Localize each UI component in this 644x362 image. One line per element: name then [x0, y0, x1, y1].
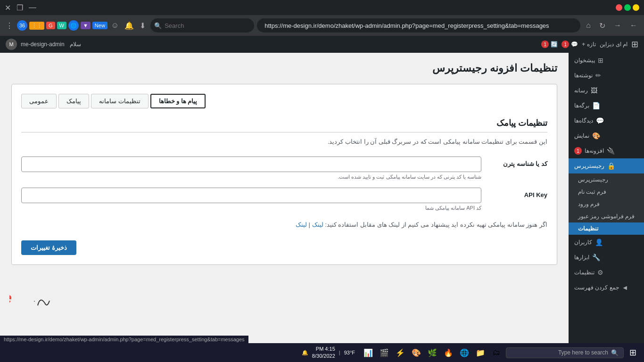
- browser-search-input[interactable]: [150, 18, 254, 33]
- extension-icons: ⬇ 🔔 ☺ New ▼ 🌐 W G ⋮⋮ 36 ⋮: [4, 19, 148, 32]
- profile-avatar[interactable]: 36: [17, 20, 27, 31]
- bell-icon[interactable]: 🔔: [123, 19, 136, 32]
- taskbar-search-text: Type here to search: [558, 349, 608, 356]
- maximize-button[interactable]: [624, 4, 631, 11]
- page-title: تنظیمات افزونه رجیسترپرس: [11, 62, 557, 74]
- link-2[interactable]: لینک: [296, 221, 307, 228]
- tab-messages[interactable]: پیام ها و خطاها: [150, 94, 206, 108]
- wp-sidebar: ⊞ پیشخوان ✏ نوشته‌ها 🖼 رسانه 📄 برگه‌ها 💬…: [569, 53, 644, 345]
- start-button[interactable]: ⊞: [626, 346, 640, 360]
- taskbar-clock: 4:15 PM 8/30/2022: [312, 346, 335, 360]
- posts-icon: ✏: [595, 72, 601, 79]
- site-logo: me ·: [9, 287, 57, 312]
- taskbar-search-bar[interactable]: 🔍 Type here to search: [506, 347, 624, 358]
- tab-general[interactable]: عمومی: [21, 94, 57, 108]
- ext-g-icon[interactable]: G: [46, 22, 55, 29]
- wp-logo-icon[interactable]: ⊞: [631, 39, 638, 49]
- admin-bar-updates[interactable]: 🔄 1: [541, 41, 558, 48]
- taskbar-temp: 93°F: [344, 350, 355, 355]
- taskbar-app-3[interactable]: 🌐: [457, 345, 472, 360]
- browser-window-controls: [616, 4, 639, 11]
- submenu-login-form[interactable]: فرم ورود: [569, 198, 644, 210]
- sidebar-item-comments[interactable]: 💬 دیدگاه‌ها: [569, 113, 644, 128]
- admin-bar-avatar[interactable]: M: [6, 39, 17, 50]
- ext-menu-icon[interactable]: ⋮⋮: [29, 22, 44, 30]
- sidebar-item-registerpress[interactable]: 🔒 رجیسترپرس: [569, 158, 644, 173]
- save-button[interactable]: ذخیرهٔ تغییرات: [21, 240, 76, 255]
- button-row: ذخیرهٔ تغییرات: [21, 240, 547, 255]
- plugins-icon: 🔌: [607, 147, 615, 155]
- admin-bar-user[interactable]: سلام me-design-admin: [21, 41, 81, 48]
- minimize-button[interactable]: [633, 4, 639, 11]
- pages-icon: 📄: [592, 102, 600, 109]
- download-icon[interactable]: ⬇: [138, 19, 148, 32]
- admin-bar-site-name[interactable]: ام ای دیزاین: [600, 41, 627, 48]
- users-icon: 👤: [595, 239, 603, 246]
- search-wrapper: 🔍: [150, 18, 254, 33]
- section-title: تنظیمات پیامک: [21, 118, 547, 132]
- tab-system-settings[interactable]: تنظیمات سامانه: [91, 94, 149, 108]
- taskbar-app-7[interactable]: ⚡: [393, 345, 408, 360]
- sidebar-collapse[interactable]: ◄ جمع کردن فهرست: [569, 280, 644, 295]
- sidebar-item-media[interactable]: 🖼 رسانه: [569, 83, 644, 98]
- submenu-registerpress[interactable]: رجیسترپرس: [569, 173, 644, 186]
- sidebar-item-pages[interactable]: 📄 برگه‌ها: [569, 98, 644, 113]
- ext-new-icon[interactable]: New: [92, 22, 107, 29]
- api-key-label: API Key: [491, 188, 547, 198]
- home-button[interactable]: ⌂: [583, 19, 594, 32]
- admin-bar-comments[interactable]: 💬 1: [561, 41, 578, 48]
- search-icon: 🔍: [154, 22, 162, 29]
- sidebar-item-posts[interactable]: ✏ نوشته‌ها: [569, 68, 644, 83]
- smiley-icon[interactable]: ☺: [109, 19, 121, 32]
- address-bar[interactable]: [257, 18, 580, 33]
- taskbar-apps: 🗂 📁 🌐 🔥 🌿 🎨 ⚡ 🎬 📊: [361, 345, 504, 360]
- sidebar-item-dashboard[interactable]: ⊞ پیشخوان: [569, 53, 644, 68]
- ext-w-icon[interactable]: W: [57, 22, 66, 29]
- close-button[interactable]: [616, 4, 622, 11]
- admin-bar-left: سلام me-design-admin M: [6, 39, 81, 50]
- sidebar-item-tools[interactable]: 🔧 ابزارها: [569, 250, 644, 265]
- submenu-registration-form[interactable]: فرم ثبت نام: [569, 186, 644, 198]
- taskbar-app-4[interactable]: 🔥: [441, 345, 456, 360]
- main-layout: ⊞ پیشخوان ✏ نوشته‌ها 🖼 رسانه 📄 برگه‌ها 💬…: [0, 53, 644, 345]
- taskbar-app-5[interactable]: 🌿: [425, 345, 440, 360]
- pattern-code-hint: شناسه یا کد پترنی که در سایت سامانه پیام…: [21, 174, 481, 180]
- taskbar-app-8[interactable]: 🎬: [377, 345, 392, 360]
- ext-arrow-icon[interactable]: ▼: [81, 22, 91, 29]
- sidebar-item-plugins[interactable]: 🔌 افزونه‌ها 1: [569, 143, 644, 158]
- taskbar-app-6[interactable]: 🎨: [409, 345, 424, 360]
- menu-icon[interactable]: ⋮: [4, 19, 15, 32]
- taskbar-app-1[interactable]: 🗂: [489, 345, 504, 360]
- ext-globe-icon[interactable]: 🌐: [68, 20, 79, 31]
- browser-toolbar: ← → ↻ ⌂ 🔍 ⬇ 🔔 ☺ New ▼ 🌐 W G ⋮⋮ 36 ⋮: [0, 15, 644, 36]
- reload-button[interactable]: ↻: [596, 19, 608, 32]
- api-key-input[interactable]: [21, 188, 481, 203]
- forward-button[interactable]: →: [611, 19, 624, 32]
- pattern-code-input[interactable]: [21, 156, 481, 172]
- link-1[interactable]: لینک: [312, 221, 323, 228]
- sidebar-item-settings[interactable]: ⚙ تنظیمات: [569, 265, 644, 280]
- appearance-icon: 🎨: [592, 132, 600, 140]
- win-close[interactable]: ✕: [5, 3, 11, 12]
- win-maximize[interactable]: ❐: [17, 3, 23, 12]
- submenu-settings[interactable]: تنظیمات: [569, 222, 644, 235]
- info-row: اگر هنوز سامانه پیامکی تهیه نکرده اید پی…: [21, 219, 547, 231]
- taskbar-notification-icon[interactable]: 🔔: [302, 350, 308, 356]
- wp-admin-bar: ⊞ ام ای دیزاین تازه + 💬 1 🔄 1 سلام me-de…: [0, 36, 644, 53]
- taskbar-app-2[interactable]: 📁: [473, 345, 488, 360]
- win-minimize[interactable]: —: [29, 3, 36, 12]
- svg-text:me: me: [9, 289, 12, 306]
- tab-sms[interactable]: پیامک: [58, 94, 89, 108]
- tools-icon: 🔧: [592, 254, 600, 261]
- sidebar-item-appearance[interactable]: 🎨 نمایش: [569, 128, 644, 143]
- tabs: پیام ها و خطاها تنظیمات سامانه پیامک عمو…: [21, 94, 547, 108]
- sidebar-item-users[interactable]: 👤 کاربران: [569, 235, 644, 250]
- submenu-forgot-password[interactable]: فرم فراموشی رمز عبور: [569, 210, 644, 222]
- api-key-hint: کد API سامانه پیامکی شما: [21, 205, 481, 211]
- settings-icon: ⚙: [597, 269, 603, 276]
- back-button[interactable]: ←: [627, 19, 640, 32]
- admin-bar-new[interactable]: تازه +: [582, 41, 596, 48]
- taskbar-date-sep: |: [339, 350, 340, 355]
- taskbar-app-9[interactable]: 📊: [361, 345, 376, 360]
- registerpress-icon: 🔒: [607, 162, 615, 170]
